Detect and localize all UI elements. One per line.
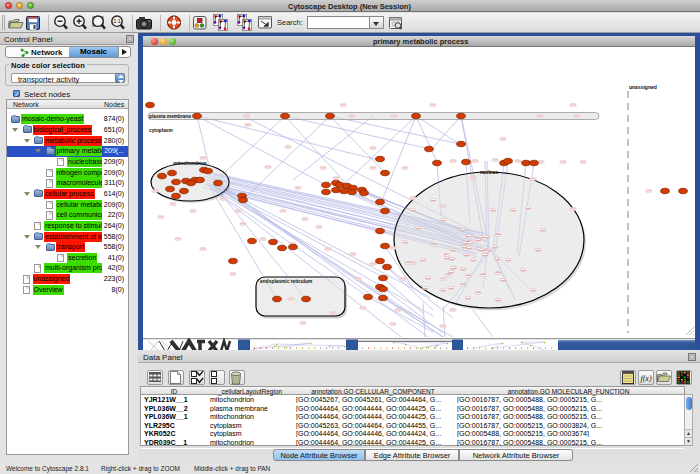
svg-text:1:1: 1:1 [113, 18, 121, 24]
svg-text:cytoplasm: cytoplasm [149, 128, 173, 133]
svg-text:unassigned: unassigned [629, 84, 657, 90]
svg-text:f(x): f(x) [640, 374, 651, 383]
svg-text:endoplasmic reticulum: endoplasmic reticulum [260, 279, 312, 284]
svg-text:nucleus: nucleus [480, 170, 498, 175]
svg-text:mitochondrion: mitochondrion [173, 161, 207, 166]
svg-text:plasma membrane: plasma membrane [149, 114, 191, 119]
